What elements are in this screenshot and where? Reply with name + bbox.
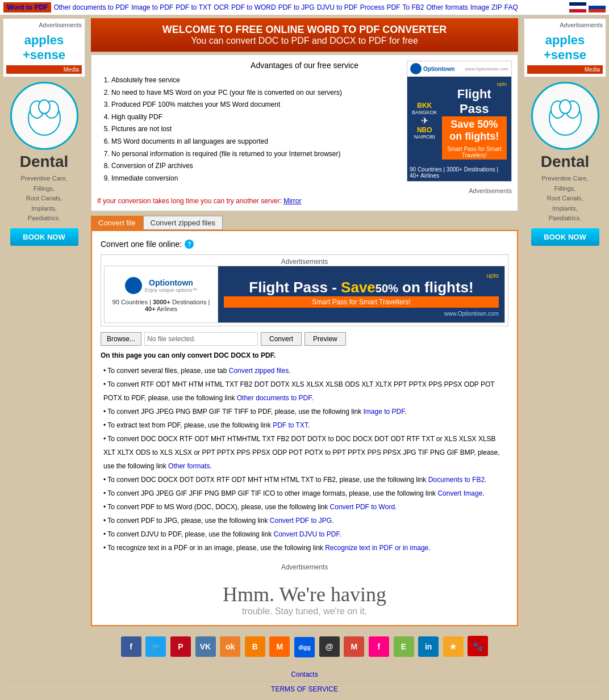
left-book-now-button[interactable]: BOOK NOW (10, 228, 78, 246)
gmail-button[interactable]: M (344, 636, 364, 657)
link-pdf-to-txt[interactable]: PDF to TXT (273, 421, 308, 429)
odnoklassniki-button[interactable]: ok (220, 636, 240, 657)
list-item: To convert RTF ODT MHT HTM HTML TXT FB2 … (103, 378, 508, 405)
hmm-sub: trouble. Stay tuned, we're on it. (101, 606, 508, 617)
evernote-button[interactable]: E (394, 636, 414, 657)
list-item: To convert DOC DOCX RTF ODT MHT HTMHTML … (103, 432, 508, 473)
nav-image[interactable]: Image (470, 3, 489, 11)
nav-faq[interactable]: FAQ (504, 3, 518, 11)
convert-button[interactable]: Convert (261, 332, 302, 346)
left-dental-text: Preventive Care,Fillings,Root Canals,Imp… (3, 174, 85, 224)
footer-divider (6, 681, 603, 682)
sidebar-left: Advertisements apples +sense Media Denta… (0, 15, 88, 629)
digg-button[interactable]: digg (294, 637, 315, 657)
nav-process-pdf[interactable]: Process PDF (360, 3, 401, 11)
convert-title: Convert one file online: ? (101, 240, 508, 249)
file-input-row: Browse... No file selected. Convert Prev… (101, 332, 508, 346)
linkedin-button[interactable]: in (418, 636, 439, 657)
nav-pdf-to-txt[interactable]: PDF to TXT (176, 3, 211, 11)
hmm-text: Hmm. We're having (101, 582, 508, 606)
nav-image-to-pdf[interactable]: Image to PDF (131, 3, 173, 11)
nav-to-fb2[interactable]: To FB2 (402, 3, 424, 11)
nav-word-to-pdf[interactable]: Word to PDF (3, 2, 51, 12)
list-item: To convert PDF to MS Word (DOC, DOCX), p… (103, 500, 508, 514)
ad-flight-title: Flight Pass (442, 87, 507, 116)
paws-button[interactable]: 🐾 (468, 636, 488, 656)
ads-label-left: Advertisements (6, 22, 82, 28)
welcome-subtitle: You can convert DOC to PDF and DOCX to P… (97, 36, 512, 46)
inner-ad-optiontown: Advertisements Optiontown Enjoy unique o… (101, 254, 508, 326)
nav-pdf-to-word[interactable]: PDF to WORD (231, 3, 276, 11)
link-recognize-text[interactable]: Recognize text in PDF or in image (325, 544, 428, 552)
english-flag[interactable] (569, 2, 586, 12)
mirror-link[interactable]: Mirror (283, 197, 301, 205)
advantage-item: Immediate conversion (111, 173, 358, 185)
left-sidebar-ad: Advertisements apples +sense Media (3, 18, 85, 77)
russian-flag[interactable] (589, 2, 606, 12)
link-other-formats[interactable]: Other formats (168, 462, 210, 470)
right-dental-text: Preventive Care,Fillings,Root Canals,Imp… (524, 174, 606, 224)
list-item: To convert JPG JPEG GIF JFIF PNG BMP GIF… (103, 487, 508, 500)
nav-other-formats[interactable]: Other formats (426, 3, 468, 11)
advantage-item: Produced PDF 100% matches your MS Word d… (111, 99, 358, 111)
aol-button[interactable]: @ (319, 636, 340, 657)
ad-optiontown-logo: Optiontown (410, 63, 455, 74)
inner-ad-url: www.Optiontown.com (224, 311, 499, 317)
flipboard-button[interactable]: f (369, 636, 389, 657)
nav-ocr[interactable]: OCR (214, 3, 229, 11)
ad-flight-content: BKK BANGKOK ✈ NBO NAIROBI upto Flight Pa… (407, 77, 511, 164)
nav-bar: Word to PDF Other documents to PDF Image… (0, 0, 609, 15)
bottom-ads-label: Advertisements (101, 563, 508, 571)
info-icon: ? (185, 240, 194, 249)
myspace-button[interactable]: M (269, 636, 290, 657)
link-convert-image[interactable]: Convert Image (437, 489, 482, 497)
link-docs-to-fb2[interactable]: Documents to FB2 (428, 476, 485, 484)
advantage-item: High quality PDF (111, 111, 358, 124)
blogger-button[interactable]: B (245, 636, 265, 657)
nav-djvu-to-pdf[interactable]: DJVU to PDF (317, 3, 358, 11)
advantages-section: Advantages of our free service Absolutel… (91, 55, 518, 211)
sidebar-right: Advertisements apples +sense Media Denta… (521, 15, 609, 629)
link-djvu-to-pdf[interactable]: Convert DJVU to PDF (273, 530, 339, 538)
advantage-item: Pictures are not lost (111, 123, 358, 136)
pinterest-button[interactable]: P (170, 636, 191, 657)
link-pdf-to-word[interactable]: Convert PDF to Word (330, 503, 395, 511)
inner-ad-smart: Smart Pass for Smart Travellers! (224, 296, 499, 308)
advantage-item: Absolutely free service (111, 74, 358, 87)
media-badge-right: Media (527, 65, 603, 74)
convert-info-text: On this page you can only convert DOC DO… (101, 351, 508, 359)
nav-zip[interactable]: ZIP (491, 3, 502, 11)
link-other-docs[interactable]: Other documents to PDF (237, 394, 311, 402)
inner-ad-countries: 90 Countries | 3000+ Destinations | 40+ … (110, 299, 212, 312)
svg-point-7 (560, 100, 571, 114)
twitter-button[interactable]: 🐦 (145, 636, 166, 657)
language-flags (569, 2, 606, 12)
stumbleupon-button[interactable]: ★ (443, 636, 464, 657)
tab-convert-zipped[interactable]: Convert zipped files (143, 216, 223, 230)
facebook-button[interactable]: f (121, 636, 141, 657)
link-image-to-pdf[interactable]: Image to PDF (364, 408, 405, 416)
apples-sense-right-logo: apples +sense (530, 33, 600, 62)
vk-button[interactable]: VK (195, 636, 216, 657)
preview-button[interactable]: Preview (304, 332, 346, 346)
tab-convert-file[interactable]: Convert file (91, 216, 143, 230)
inner-ad-upto: upto (224, 272, 499, 279)
nav-pdf-to-jpg[interactable]: PDF to JPG (278, 3, 315, 11)
list-item: To convert DJVU to PDF, please, use the … (103, 527, 508, 541)
inner-ad-title: Advertisements (104, 258, 505, 266)
svg-point-3 (39, 100, 50, 114)
link-convert-zipped[interactable]: Convert zipped files (229, 367, 289, 375)
contacts-link[interactable]: Contacts (291, 670, 318, 678)
right-book-now-button[interactable]: BOOK NOW (531, 228, 599, 246)
nav-other-docs[interactable]: Other documents to PDF (53, 3, 129, 11)
advantage-item: Conversion of ZIP archives (111, 160, 358, 173)
list-item: To convert PDF to JPG, please, use the f… (103, 514, 508, 527)
right-dental-title: Dental (524, 153, 606, 171)
right-dental-circle (531, 82, 599, 150)
advantage-item: No need to have MS Word on your PC (your… (111, 87, 358, 99)
link-pdf-to-jpg[interactable]: Convert PDF to JPG (270, 517, 332, 525)
browse-button[interactable]: Browse... (101, 332, 141, 346)
ad-save-text: Save 50% on flights! (442, 116, 507, 145)
terms-link[interactable]: TERMS OF SERVICE (271, 685, 338, 693)
main-layout: Advertisements apples +sense Media Denta… (0, 15, 609, 629)
